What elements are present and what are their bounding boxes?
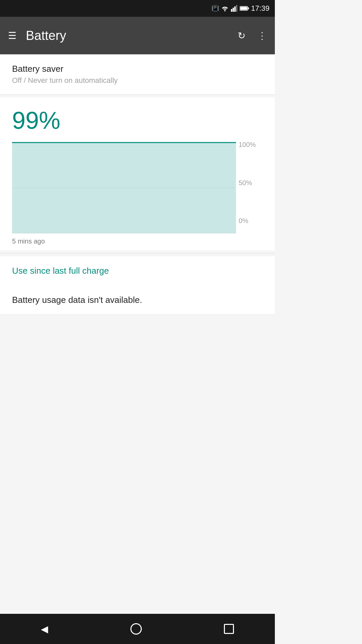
svg-rect-2 xyxy=(234,6,236,12)
svg-rect-3 xyxy=(236,5,237,12)
chart-label-0: 0% xyxy=(239,217,263,225)
battery-usage-section: Battery usage data isn't available. xyxy=(0,285,275,315)
toolbar: ☰ Battery ↻ ⋮ xyxy=(0,17,275,54)
battery-percentage: 99% xyxy=(12,107,263,134)
svg-marker-9 xyxy=(12,143,236,233)
page-title: Battery xyxy=(26,29,228,43)
menu-icon[interactable]: ☰ xyxy=(5,28,19,44)
more-options-icon[interactable]: ⋮ xyxy=(255,28,269,44)
chart-graph xyxy=(12,141,236,235)
chart-time-label: 5 mins ago xyxy=(12,237,263,245)
status-bar: 📳 17:39 xyxy=(0,0,275,17)
divider-2 xyxy=(0,315,275,315)
signal-icon xyxy=(231,5,238,12)
vibrate-icon: 📳 xyxy=(212,5,219,12)
use-since-section: Use since last full charge xyxy=(0,256,275,285)
battery-saver-section[interactable]: Battery saver Off / Never turn on automa… xyxy=(0,54,275,95)
battery-chart-container: 100% 50% 0% 5 mins ago xyxy=(12,141,263,251)
divider-1 xyxy=(0,253,275,254)
battery-saver-subtitle: Off / Never turn on automatically xyxy=(12,76,263,85)
battery-level-section: 99% 100% xyxy=(0,97,275,251)
chart-label-50: 50% xyxy=(239,179,263,187)
battery-chart-svg xyxy=(12,141,236,235)
status-time: 17:39 xyxy=(251,4,269,13)
svg-rect-1 xyxy=(233,8,234,12)
use-since-link[interactable]: Use since last full charge xyxy=(12,266,109,276)
svg-rect-6 xyxy=(240,7,247,10)
battery-status-icon xyxy=(240,6,249,11)
svg-rect-0 xyxy=(231,9,232,12)
refresh-icon[interactable]: ↻ xyxy=(235,28,248,44)
chart-labels: 100% 50% 0% xyxy=(236,141,263,235)
chart-label-100: 100% xyxy=(239,141,263,149)
content-area: Battery saver Off / Never turn on automa… xyxy=(0,54,275,315)
chart-area: 100% 50% 0% xyxy=(12,141,263,235)
svg-rect-5 xyxy=(248,7,249,9)
battery-usage-text: Battery usage data isn't available. xyxy=(12,295,142,305)
wifi-icon xyxy=(221,5,229,11)
status-icons: 📳 17:39 xyxy=(212,4,269,13)
battery-saver-title: Battery saver xyxy=(12,64,263,74)
